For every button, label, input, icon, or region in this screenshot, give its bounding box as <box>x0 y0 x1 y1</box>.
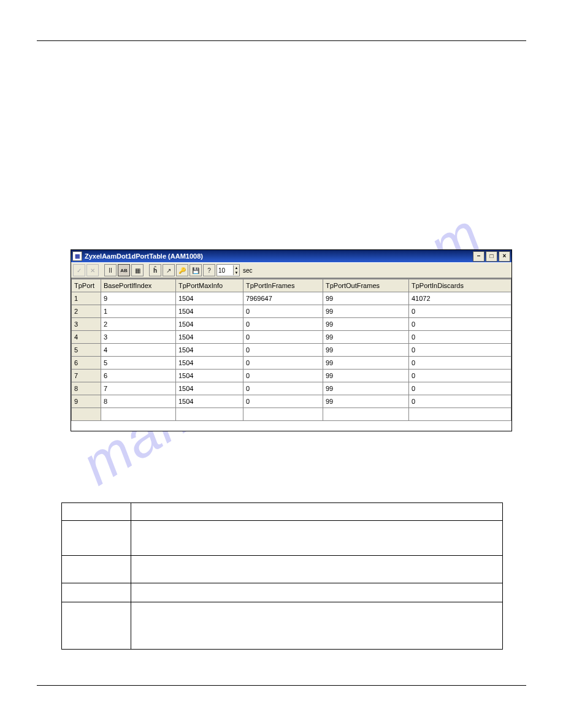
cell[interactable]: 0 <box>243 382 323 395</box>
cell[interactable]: 3 <box>72 318 101 331</box>
cell[interactable]: 2 <box>72 305 101 318</box>
cell[interactable]: 41072 <box>409 292 511 305</box>
key-icon[interactable]: 🔑 <box>176 264 188 276</box>
table-row[interactable]: 8715040990 <box>72 382 511 395</box>
cell[interactable]: 1 <box>101 305 176 318</box>
cell[interactable]: 0 <box>243 331 323 344</box>
table-row[interactable]: 7615040990 <box>72 370 511 382</box>
cell[interactable]: 1504 <box>176 370 243 382</box>
cell[interactable]: 7 <box>72 370 101 382</box>
cell[interactable]: 0 <box>409 305 511 318</box>
cell[interactable]: 9 <box>72 395 101 408</box>
cell[interactable]: 0 <box>409 357 511 370</box>
find-icon[interactable]: ĥ <box>149 264 161 276</box>
cell[interactable] <box>176 408 243 421</box>
cell[interactable]: 7969647 <box>243 292 323 305</box>
cell[interactable]: 6 <box>101 370 176 382</box>
cell[interactable]: 4 <box>101 344 176 357</box>
cell[interactable]: 4 <box>72 331 101 344</box>
cell[interactable] <box>323 408 409 421</box>
cell[interactable]: 99 <box>323 382 409 395</box>
refresh-interval-spinner[interactable]: ▲ ▼ <box>216 264 240 276</box>
cell[interactable]: 99 <box>323 395 409 408</box>
cell[interactable] <box>243 408 323 421</box>
cell[interactable]: 0 <box>409 344 511 357</box>
cell[interactable]: 0 <box>243 370 323 382</box>
col-tpportmaxinfo[interactable]: TpPortMaxInfo <box>176 279 243 292</box>
cell[interactable]: 99 <box>323 370 409 382</box>
cell[interactable]: 1504 <box>176 305 243 318</box>
cell[interactable]: 99 <box>323 357 409 370</box>
col-tpportinframes[interactable]: TpPortInFrames <box>243 279 323 292</box>
chart-icon[interactable]: ↗ <box>163 264 175 276</box>
apply-icon[interactable]: ✓ <box>73 264 85 276</box>
cancel-icon[interactable]: ✕ <box>86 264 99 276</box>
cell[interactable]: 0 <box>409 370 511 382</box>
col-tpport[interactable]: TpPort <box>72 279 101 292</box>
cell[interactable]: 0 <box>409 331 511 344</box>
cell[interactable]: 1 <box>72 292 101 305</box>
table-row[interactable] <box>72 408 511 421</box>
window-title: ZyxelAamDot1dPortTable (AAM1008) <box>85 252 203 260</box>
seconds-label: sec <box>243 267 253 274</box>
cell[interactable]: 3 <box>101 331 176 344</box>
cell[interactable]: 9 <box>101 292 176 305</box>
titlebar[interactable]: ▦ ZyxelAamDot1dPortTable (AAM1008) – □ × <box>71 250 511 262</box>
cell[interactable]: 0 <box>243 318 323 331</box>
cell[interactable]: 6 <box>72 357 101 370</box>
table-header-row: TpPort BasePortIfIndex TpPortMaxInfo TpP… <box>72 279 511 292</box>
cell[interactable]: 99 <box>323 292 409 305</box>
cell[interactable]: 0 <box>243 357 323 370</box>
cell[interactable]: 1504 <box>176 292 243 305</box>
cell[interactable]: 8 <box>72 382 101 395</box>
cell[interactable] <box>72 408 101 421</box>
spinner-down-icon[interactable]: ▼ <box>233 270 239 275</box>
cell[interactable]: 0 <box>243 344 323 357</box>
table-row[interactable]: 3215040990 <box>72 318 511 331</box>
cell[interactable] <box>101 408 176 421</box>
minimize-button[interactable]: – <box>473 251 484 262</box>
cell[interactable]: 1504 <box>176 395 243 408</box>
cell[interactable]: 1504 <box>176 357 243 370</box>
window-icon: ▦ <box>72 251 82 261</box>
col-tpportindiscards[interactable]: TpPortInDiscards <box>409 279 511 292</box>
cell[interactable]: 1504 <box>176 331 243 344</box>
cell[interactable]: 99 <box>323 318 409 331</box>
pause-icon[interactable]: II <box>104 264 117 276</box>
cell[interactable]: 2 <box>101 318 176 331</box>
cell[interactable]: 0 <box>243 305 323 318</box>
cell[interactable]: 7 <box>101 382 176 395</box>
close-button[interactable]: × <box>499 251 510 262</box>
cell[interactable]: 1504 <box>176 382 243 395</box>
cell[interactable]: 8 <box>101 395 176 408</box>
cell[interactable]: 0 <box>409 318 511 331</box>
table-row[interactable]: 19150479696479941072 <box>72 292 511 305</box>
cell[interactable]: 1504 <box>176 344 243 357</box>
grid-icon[interactable]: ▦ <box>131 264 144 276</box>
save-icon[interactable]: 💾 <box>190 264 202 276</box>
cell[interactable]: 0 <box>409 395 511 408</box>
cell[interactable]: 1504 <box>176 318 243 331</box>
cell[interactable]: 5 <box>72 344 101 357</box>
cell[interactable]: 5 <box>101 357 176 370</box>
spinner-up-icon[interactable]: ▲ <box>233 265 239 270</box>
table-row[interactable]: 9815040990 <box>72 395 511 408</box>
refresh-interval-input[interactable] <box>217 267 233 274</box>
cell[interactable] <box>409 408 511 421</box>
cell[interactable]: 99 <box>323 305 409 318</box>
table-row[interactable]: 5415040990 <box>72 344 511 357</box>
cell[interactable]: 0 <box>243 395 323 408</box>
description-table <box>61 502 503 650</box>
table-row[interactable]: 2115040990 <box>72 305 511 318</box>
help-icon[interactable]: ? <box>203 264 215 276</box>
cell[interactable]: 99 <box>323 344 409 357</box>
col-baseportifindex[interactable]: BasePortIfIndex <box>101 279 176 292</box>
ab-toggle-icon[interactable]: AB <box>118 264 130 276</box>
maximize-button[interactable]: □ <box>486 251 497 262</box>
cell[interactable]: 99 <box>323 331 409 344</box>
table-row[interactable]: 4315040990 <box>72 331 511 344</box>
table-row[interactable]: 6515040990 <box>72 357 511 370</box>
col-tpportoutframes[interactable]: TpPortOutFrames <box>323 279 409 292</box>
window: ▦ ZyxelAamDot1dPortTable (AAM1008) – □ ×… <box>71 249 512 431</box>
cell[interactable]: 0 <box>409 382 511 395</box>
